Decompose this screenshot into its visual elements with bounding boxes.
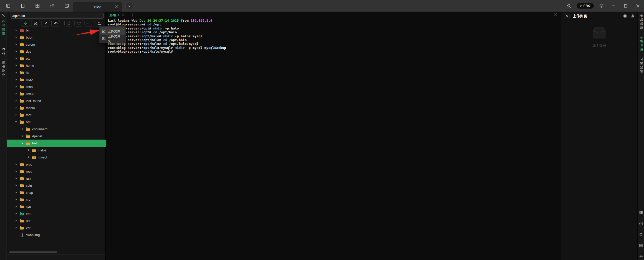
chevron-right-icon[interactable]: [14, 79, 18, 81]
chevron-right-icon[interactable]: [14, 163, 18, 165]
refresh-button[interactable]: [64, 20, 73, 26]
chevron-right-icon[interactable]: [14, 213, 18, 215]
tree-item-halo2[interactable]: halo2: [7, 147, 106, 154]
right-tab-bookmark-manager[interactable]: 书签管理: [639, 14, 644, 30]
tree-item-mysql[interactable]: mysql: [7, 154, 106, 161]
tree-item-lost+found[interactable]: lost+found: [7, 97, 106, 104]
clear-list-broom-icon[interactable]: [631, 14, 635, 18]
horizontal-scrollbar[interactable]: [9, 251, 57, 253]
tree-item-containerd[interactable]: containerd: [7, 125, 106, 133]
chevron-right-icon[interactable]: [14, 64, 18, 67]
close-panel-icon[interactable]: [2, 14, 5, 17]
tree-item-swap.img[interactable]: swap.img: [7, 231, 106, 238]
chevron-right-icon[interactable]: [14, 114, 18, 116]
terminal-tab[interactable]: 终端 1: [106, 12, 127, 18]
chevron-right-icon[interactable]: [14, 36, 18, 38]
tree-item-home[interactable]: home: [7, 62, 106, 69]
terminal-window-icon[interactable]: [4, 2, 13, 10]
tree-item-lib32[interactable]: lib32: [7, 76, 106, 83]
heart-button[interactable]: [74, 20, 83, 26]
search-icon[interactable]: [565, 2, 573, 10]
tree-item-media[interactable]: media: [7, 104, 106, 111]
chevron-right-icon[interactable]: [14, 227, 18, 229]
tree-item-proc[interactable]: proc: [7, 161, 106, 168]
tab-dropdown-button[interactable]: [125, 3, 133, 9]
new-terminal-button[interactable]: [131, 13, 134, 17]
chevron-right-icon[interactable]: [14, 86, 18, 88]
sidebar-tab-monitor[interactable]: 监控: [1, 47, 6, 55]
chevron-right-icon[interactable]: [14, 107, 18, 109]
chevron-right-icon[interactable]: [14, 220, 18, 222]
locate-button[interactable]: [21, 20, 30, 26]
tree-item-run[interactable]: run: [7, 175, 106, 182]
tree-item-mnt[interactable]: mnt: [7, 111, 106, 118]
terminal-output[interactable]: Last login: Wed Dec 10 20:37:14 2025 fro…: [108, 19, 560, 259]
chevron-right-icon[interactable]: [14, 57, 18, 59]
tree-item-dev[interactable]: dev: [7, 48, 106, 55]
chevron-right-icon[interactable]: [14, 29, 18, 31]
gear-icon[interactable]: [639, 254, 643, 258]
close-terminal-area-icon[interactable]: [554, 13, 557, 16]
close-tab-icon[interactable]: [114, 5, 119, 9]
home-button[interactable]: [31, 20, 40, 26]
chevron-down-icon[interactable]: [14, 121, 18, 123]
console-icon[interactable]: [62, 2, 71, 10]
minimize-button[interactable]: [609, 2, 618, 10]
tree-item-root[interactable]: root: [7, 168, 106, 175]
pause-all-icon[interactable]: [623, 14, 627, 18]
arrow-diag-button[interactable]: [41, 20, 50, 26]
chevron-right-icon[interactable]: [14, 206, 18, 208]
chevron-right-icon[interactable]: [14, 100, 18, 102]
pro-badge[interactable]: ♛ PRO: [577, 3, 594, 9]
chevron-right-icon[interactable]: [14, 177, 18, 179]
file-bookmark-icon[interactable]: [18, 2, 28, 10]
tree-item-sbin[interactable]: sbin: [7, 182, 106, 189]
tree-item-lib64[interactable]: lib64: [7, 83, 106, 90]
right-tab-upload-list[interactable]: 上传列表: [639, 36, 644, 52]
ellipsis-button[interactable]: [85, 20, 93, 26]
chevron-right-icon[interactable]: [21, 135, 24, 137]
upload-button[interactable]: [95, 20, 103, 26]
chevron-down-icon[interactable]: [21, 143, 24, 144]
tree-item-cdrom[interactable]: cdrom: [7, 41, 106, 48]
chevron-right-icon[interactable]: [14, 43, 18, 45]
tree-item-halo[interactable]: halo: [7, 140, 106, 147]
layout-grid-icon[interactable]: [33, 2, 42, 10]
chevron-right-icon[interactable]: [14, 72, 18, 74]
tree-item-lib[interactable]: lib: [7, 69, 106, 76]
refresh-icon[interactable]: [639, 233, 643, 237]
sidebar-tab-history[interactable]: 历史命令: [1, 61, 6, 77]
path-input[interactable]: [10, 13, 104, 19]
chevron-right-icon[interactable]: [14, 93, 18, 95]
tree-item-etc[interactable]: etc: [7, 55, 106, 62]
tree-item-srv[interactable]: srv: [7, 196, 106, 203]
close-terminal-tab-icon[interactable]: [121, 14, 124, 16]
tree-item-usr[interactable]: usr: [7, 217, 106, 224]
chevron-right-icon[interactable]: [14, 184, 18, 186]
tree-item-tmp[interactable]: tmp: [7, 210, 106, 217]
close-window-button[interactable]: [633, 2, 642, 10]
chevron-right-icon[interactable]: [27, 149, 30, 151]
chevron-right-icon[interactable]: [27, 156, 30, 158]
tree-item-dpanel[interactable]: dpanel: [7, 133, 106, 140]
eye-button[interactable]: [51, 20, 60, 26]
save-icon[interactable]: [639, 243, 643, 247]
tree-branch-icon[interactable]: [47, 2, 57, 10]
tree-item-snap[interactable]: snap: [7, 189, 106, 196]
list-icon[interactable]: [639, 210, 643, 215]
chevron-right-icon[interactable]: [14, 170, 18, 172]
tree-item-opt[interactable]: opt: [7, 118, 106, 125]
close-upload-panel-button[interactable]: [564, 13, 570, 19]
chevron-right-icon[interactable]: [14, 199, 18, 201]
right-tab-download-list[interactable]: 下载列表: [639, 57, 644, 74]
settings-gear-icon[interactable]: [597, 2, 606, 10]
tree-item-sys[interactable]: sys: [7, 203, 106, 210]
sidebar-tab-file-manager[interactable]: 文件管理: [1, 20, 6, 36]
tree-item-libx32[interactable]: libx32: [7, 90, 106, 97]
menu-item-upload-folder[interactable]: 上传文件夹: [100, 35, 125, 42]
tree-item-var[interactable]: var: [7, 224, 106, 231]
chevron-right-icon[interactable]: [21, 128, 24, 130]
session-tab-blog[interactable]: Blog: [73, 2, 122, 12]
chevron-right-icon[interactable]: [14, 50, 18, 52]
maximize-button[interactable]: [621, 2, 630, 10]
